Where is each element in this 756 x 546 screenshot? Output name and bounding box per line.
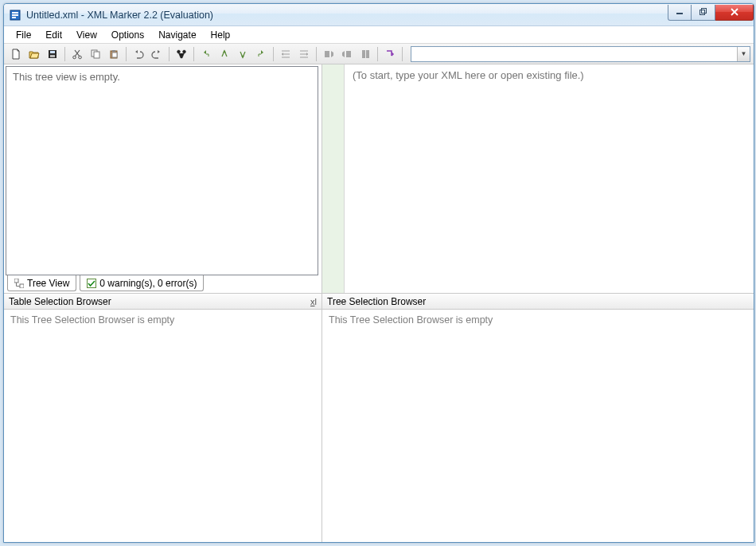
lower-split: Table Selection Browser xl This Tree Sel… [4, 294, 754, 542]
svg-rect-16 [112, 53, 117, 57]
tab-tree-view-label: Tree View [27, 278, 69, 289]
toolbar-separator [273, 47, 274, 61]
toolbar-separator [126, 47, 127, 61]
window-controls [668, 5, 754, 21]
save-file-icon[interactable] [44, 45, 61, 63]
svg-rect-21 [14, 279, 18, 283]
menu-help[interactable]: Help [204, 28, 238, 42]
panel-close-icon[interactable]: xl [310, 297, 317, 306]
menu-edit[interactable]: Edit [38, 28, 69, 42]
toolbar-separator [316, 47, 317, 61]
upper-split: This tree view is empty. Tree View 0 war… [4, 64, 754, 294]
svg-rect-3 [12, 17, 16, 18]
menu-navigate[interactable]: Navigate [151, 28, 203, 42]
tab-errors-label: 0 warning(s), 0 error(s) [99, 278, 197, 289]
panel-empty-text: This Tree Selection Browser is empty [329, 314, 493, 326]
xml-editor[interactable]: (To start, type your XML here or open ex… [345, 64, 754, 293]
svg-rect-5 [699, 10, 704, 15]
app-window: Untitled.xml - XML Marker 2.2 (Evaluatio… [3, 3, 754, 543]
svg-rect-22 [20, 284, 24, 288]
svg-rect-1 [12, 12, 18, 14]
bookmark-next-icon[interactable] [338, 45, 356, 63]
open-file-icon[interactable] [25, 45, 43, 63]
paste-icon[interactable] [105, 45, 123, 63]
svg-point-11 [79, 56, 82, 59]
tree-icon [14, 279, 24, 288]
svg-point-10 [73, 56, 76, 59]
indent-icon[interactable] [295, 45, 313, 63]
menu-view[interactable]: View [69, 28, 104, 42]
titlebar[interactable]: Untitled.xml - XML Marker 2.2 (Evaluatio… [4, 4, 754, 26]
panel-title: Tree Selection Browser [327, 296, 426, 307]
table-selection-panel: Table Selection Browser xl This Tree Sel… [4, 294, 322, 542]
svg-rect-6 [701, 9, 706, 14]
toolbar-separator [169, 47, 170, 61]
toolbar-separator [193, 47, 194, 61]
tree-selection-body[interactable]: This Tree Selection Browser is empty [322, 310, 754, 542]
panel-title: Table Selection Browser [9, 296, 111, 307]
find-icon[interactable] [173, 45, 190, 63]
table-selection-header: Table Selection Browser xl [4, 294, 321, 310]
svg-rect-17 [325, 51, 329, 57]
bookmark-prev-icon[interactable] [320, 45, 337, 63]
nav-in-icon[interactable] [234, 45, 251, 63]
menubar: File Edit View Options Navigate Help [4, 26, 754, 44]
app-icon [9, 9, 21, 21]
tree-view[interactable]: This tree view is empty. [6, 66, 318, 275]
svg-rect-9 [50, 55, 55, 57]
minimize-button[interactable] [668, 5, 692, 21]
nav-forward-icon[interactable] [252, 45, 270, 63]
new-file-icon[interactable] [7, 45, 25, 63]
tab-tree-view[interactable]: Tree View [7, 275, 76, 291]
undo-icon[interactable] [130, 45, 147, 63]
xpath-combo[interactable]: ▼ [411, 46, 750, 62]
svg-rect-15 [112, 50, 115, 52]
toolbar-separator [64, 47, 65, 61]
svg-rect-8 [50, 51, 55, 53]
menu-file[interactable]: File [9, 28, 38, 42]
main-area: This tree view is empty. Tree View 0 war… [4, 64, 754, 542]
redo-icon[interactable] [148, 45, 166, 63]
svg-rect-20 [366, 50, 369, 58]
chevron-down-icon[interactable]: ▼ [737, 47, 750, 61]
maximize-button[interactable] [692, 5, 715, 21]
nav-back-icon[interactable] [197, 45, 215, 63]
tree-placeholder: This tree view is empty. [13, 71, 120, 83]
check-icon [87, 279, 96, 288]
toolbar-separator [402, 47, 403, 61]
svg-rect-4 [676, 13, 683, 14]
copy-icon[interactable] [87, 45, 104, 63]
toolbar-separator [377, 47, 378, 61]
table-selection-body[interactable]: This Tree Selection Browser is empty [4, 310, 321, 542]
bookmark-toggle-icon[interactable] [357, 45, 374, 63]
panel-empty-text: This Tree Selection Browser is empty [10, 314, 174, 326]
editor-placeholder: (To start, type your XML here or open ex… [353, 69, 584, 81]
svg-rect-2 [12, 14, 18, 16]
refresh-icon[interactable] [381, 45, 399, 63]
tree-selection-header: Tree Selection Browser [322, 294, 754, 310]
outdent-icon[interactable] [277, 45, 294, 63]
window-title: Untitled.xml - XML Marker 2.2 (Evaluatio… [26, 10, 213, 21]
right-pane: (To start, type your XML here or open ex… [322, 64, 754, 293]
svg-rect-18 [346, 51, 351, 57]
left-pane-tabs: Tree View 0 warning(s), 0 error(s) [4, 275, 321, 293]
cut-icon[interactable] [68, 45, 86, 63]
close-button[interactable] [715, 5, 754, 21]
nav-out-icon[interactable] [216, 45, 233, 63]
menu-options[interactable]: Options [104, 28, 151, 42]
editor-gutter [322, 64, 345, 293]
tree-selection-panel: Tree Selection Browser This Tree Selecti… [322, 294, 754, 542]
toolbar: ▼ [4, 44, 754, 64]
left-pane: This tree view is empty. Tree View 0 war… [4, 64, 322, 293]
tab-errors[interactable]: 0 warning(s), 0 error(s) [80, 275, 204, 291]
svg-rect-13 [94, 52, 99, 58]
svg-rect-19 [362, 50, 365, 58]
